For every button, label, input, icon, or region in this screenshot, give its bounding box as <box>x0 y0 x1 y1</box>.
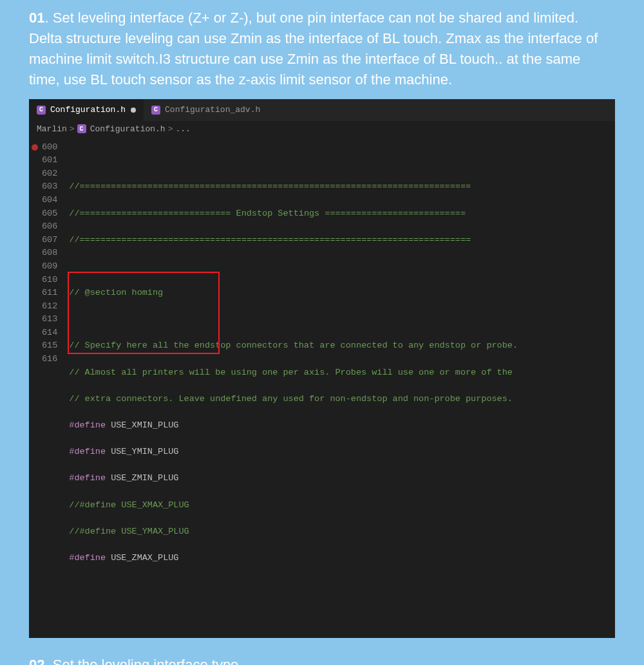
breakpoint-icon[interactable] <box>32 144 38 151</box>
chevron-right-icon: > <box>168 124 173 134</box>
step-2-dot: . <box>44 657 48 665</box>
code-content[interactable]: //======================================… <box>66 140 615 632</box>
dirty-indicator-icon <box>131 108 136 113</box>
tab-configuration-adv-h[interactable]: C Configuration_adv.h <box>144 99 268 121</box>
line-number-gutter: 600601602 603604605 606607608 609610611 … <box>41 140 66 632</box>
tab-bar: C Configuration.h C Configuration_adv.h <box>29 99 615 121</box>
code-area[interactable]: 600601602 603604605 606607608 609610611 … <box>29 140 615 638</box>
step-2-text: Set the leveling interface type <box>53 657 239 665</box>
chevron-right-icon: > <box>70 124 75 134</box>
step-1-dot: . <box>44 10 48 26</box>
c-file-icon: C <box>151 106 160 115</box>
c-file-icon: C <box>77 124 86 133</box>
breadcrumb-root[interactable]: Marlin <box>37 124 67 134</box>
breadcrumb-more[interactable]: ... <box>175 124 190 134</box>
step-1-heading: 01. Set leveling interface (Z+ or Z-), b… <box>29 8 615 90</box>
step-1-text: Set leveling interface (Z+ or Z-), but o… <box>29 10 598 88</box>
breadcrumb: Marlin > C Configuration.h > ... <box>29 121 615 140</box>
tab-label: Configuration_adv.h <box>165 105 260 115</box>
c-file-icon: C <box>37 106 46 115</box>
code-editor-1: C Configuration.h C Configuration_adv.h … <box>29 99 615 638</box>
tab-configuration-h[interactable]: C Configuration.h <box>29 99 144 121</box>
breadcrumb-file[interactable]: Configuration.h <box>90 124 166 134</box>
step-1-number: 01 <box>29 10 44 26</box>
step-2-number: 02 <box>29 657 44 665</box>
tab-label: Configuration.h <box>50 105 126 115</box>
breakpoint-gutter[interactable] <box>29 140 41 632</box>
step-2-heading: 02. Set the leveling interface type <box>29 655 615 665</box>
